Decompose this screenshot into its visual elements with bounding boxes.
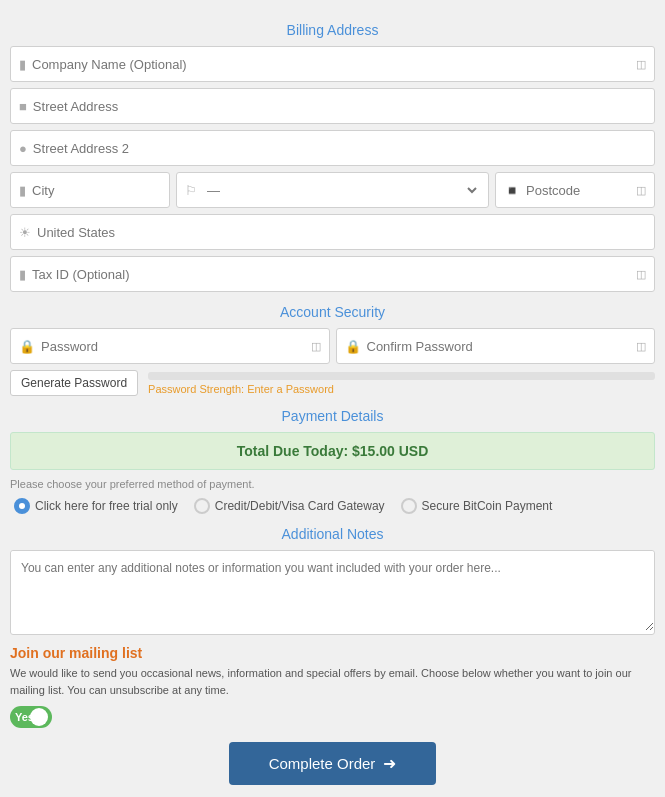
radio-checked-free-trial <box>14 498 30 514</box>
confirm-suffix-icon: ◫ <box>636 340 646 353</box>
notes-textarea[interactable] <box>11 551 654 631</box>
confirm-password-input[interactable] <box>367 339 631 354</box>
globe-icon: ☀ <box>19 225 31 240</box>
country-field[interactable]: ☀ <box>10 214 655 250</box>
payment-option-free-trial[interactable]: Click here for free trial only <box>14 498 178 514</box>
postcode-input[interactable] <box>526 183 630 198</box>
flag-icon: ⚐ <box>185 183 197 198</box>
postcode-field[interactable]: ◾ ◫ <box>495 172 655 208</box>
strength-text: Password Strength: Enter a Password <box>148 383 334 395</box>
billing-address-section: Billing Address ▮ ◫ ■ ● ▮ ⚐ — ◾ ◫ ☀ <box>10 22 655 292</box>
payment-title: Payment Details <box>10 408 655 424</box>
mailing-toggle[interactable]: Yes <box>10 706 52 728</box>
generate-password-button[interactable]: Generate Password <box>10 370 138 396</box>
payment-option-card[interactable]: Credit/Debit/Visa Card Gateway <box>194 498 385 514</box>
location-icon: ● <box>19 141 27 156</box>
postcode-icon: ◾ <box>504 183 520 198</box>
billing-title: Billing Address <box>10 22 655 38</box>
city-input[interactable] <box>32 183 161 198</box>
complete-order-button[interactable]: Complete Order ➜ <box>229 742 437 785</box>
taxid-suffix-icon: ◫ <box>636 268 646 281</box>
toggle-yes-label: Yes <box>15 711 34 723</box>
bitcoin-label: Secure BitCoin Payment <box>422 499 553 513</box>
password-row: 🔒 ◫ 🔒 ◫ <box>10 328 655 364</box>
building-icon: ▮ <box>19 57 26 72</box>
arrow-right-icon: ➜ <box>383 754 396 773</box>
street-address2-input[interactable] <box>33 141 646 156</box>
additional-notes-section: Additional Notes <box>10 526 655 635</box>
street-address-field[interactable]: ■ <box>10 88 655 124</box>
radio-unchecked-card <box>194 498 210 514</box>
payment-section: Payment Details Total Due Today: $15.00 … <box>10 408 655 514</box>
free-trial-label: Click here for free trial only <box>35 499 178 513</box>
postcode-suffix-icon: ◫ <box>636 184 646 197</box>
state-field[interactable]: ⚐ — <box>176 172 489 208</box>
notes-title: Additional Notes <box>10 526 655 542</box>
mailing-section: Join our mailing list We would like to s… <box>10 645 655 728</box>
strength-label: Password Strength: <box>148 383 244 395</box>
road-icon: ■ <box>19 99 27 114</box>
account-security-title: Account Security <box>10 304 655 320</box>
account-security-section: Account Security 🔒 ◫ 🔒 ◫ Generate Passwo… <box>10 304 655 396</box>
city-state-postcode-row: ▮ ⚐ — ◾ ◫ <box>10 172 655 208</box>
complete-order-wrap: Complete Order ➜ <box>10 742 655 785</box>
radio-unchecked-bitcoin <box>401 498 417 514</box>
payment-options: Click here for free trial only Credit/De… <box>10 498 655 514</box>
toggle-wrap[interactable]: Yes <box>10 706 655 728</box>
taxid-input[interactable] <box>32 267 630 282</box>
notes-textarea-wrap[interactable] <box>10 550 655 635</box>
mailing-title: Join our mailing list <box>10 645 655 661</box>
confirm-lock-icon: 🔒 <box>345 339 361 354</box>
strength-bar <box>148 372 655 380</box>
street-address2-field[interactable]: ● <box>10 130 655 166</box>
company-name-field[interactable]: ▮ ◫ <box>10 46 655 82</box>
total-label: Total Due Today: <box>237 443 348 459</box>
card-label: Credit/Debit/Visa Card Gateway <box>215 499 385 513</box>
total-due-box: Total Due Today: $15.00 USD <box>10 432 655 470</box>
id-icon: ▮ <box>19 267 26 282</box>
password-suffix-icon: ◫ <box>311 340 321 353</box>
password-strength-wrap: Password Strength: Enter a Password <box>148 370 655 395</box>
company-suffix-icon: ◫ <box>636 58 646 71</box>
confirm-password-field[interactable]: 🔒 ◫ <box>336 328 656 364</box>
password-input[interactable] <box>41 339 305 354</box>
street-address-input[interactable] <box>33 99 646 114</box>
password-lock-icon: 🔒 <box>19 339 35 354</box>
payment-option-bitcoin[interactable]: Secure BitCoin Payment <box>401 498 553 514</box>
state-select[interactable]: — <box>203 182 480 199</box>
country-input[interactable] <box>37 225 646 240</box>
city-icon: ▮ <box>19 183 26 198</box>
city-field[interactable]: ▮ <box>10 172 170 208</box>
mailing-text: We would like to send you occasional new… <box>10 665 655 698</box>
strength-value: Enter a Password <box>247 383 334 395</box>
password-field[interactable]: 🔒 ◫ <box>10 328 330 364</box>
company-name-input[interactable] <box>32 57 630 72</box>
payment-note: Please choose your preferred method of p… <box>10 478 655 490</box>
taxid-field[interactable]: ▮ ◫ <box>10 256 655 292</box>
total-amount: $15.00 USD <box>352 443 428 459</box>
password-actions: Generate Password Password Strength: Ent… <box>10 370 655 396</box>
complete-order-label: Complete Order <box>269 755 376 772</box>
